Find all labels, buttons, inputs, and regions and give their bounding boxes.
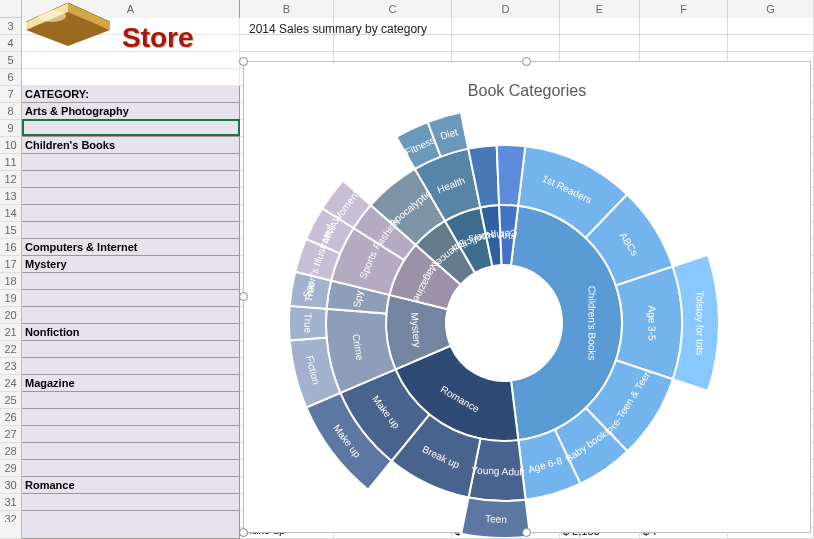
resize-handle[interactable] <box>239 528 248 537</box>
cell[interactable] <box>22 494 240 511</box>
cell[interactable] <box>22 205 240 222</box>
row-header[interactable]: 7 <box>0 86 22 103</box>
cell[interactable] <box>728 35 814 52</box>
cell[interactable] <box>452 18 560 35</box>
row-header[interactable]: 24 <box>0 375 22 392</box>
cell[interactable] <box>240 35 334 52</box>
select-all-corner[interactable] <box>0 0 22 18</box>
cell[interactable]: Arts & Photography <box>22 103 240 120</box>
row-header[interactable]: 4 <box>0 35 22 52</box>
cell[interactable]: Nonfiction <box>22 324 240 341</box>
row-header[interactable] <box>0 522 22 539</box>
cell[interactable] <box>22 290 240 307</box>
cell[interactable] <box>22 69 240 86</box>
sunburst-slice[interactable] <box>616 266 682 379</box>
row-header[interactable]: 31 <box>0 494 22 511</box>
cell[interactable] <box>22 273 240 290</box>
chart-object[interactable]: Book Categories Children's Books1st Read… <box>243 61 811 533</box>
cell[interactable]: Children's Books <box>22 137 240 154</box>
subtitle: 2014 Sales summary by category <box>249 22 427 36</box>
row-header[interactable]: 26 <box>0 409 22 426</box>
cell[interactable] <box>640 35 728 52</box>
resize-handle[interactable] <box>239 292 248 301</box>
cell[interactable] <box>22 522 240 539</box>
row-header[interactable]: 18 <box>0 273 22 290</box>
row-header[interactable]: 23 <box>0 358 22 375</box>
cell[interactable] <box>560 18 640 35</box>
cell[interactable] <box>22 341 240 358</box>
row-header[interactable]: 20 <box>0 307 22 324</box>
book-store-logo <box>24 0 114 46</box>
svg-point-4 <box>38 10 66 22</box>
resize-handle[interactable] <box>522 57 531 66</box>
row-header[interactable]: 21 <box>0 324 22 341</box>
row-header[interactable]: 6 <box>0 69 22 86</box>
row-header[interactable]: 15 <box>0 222 22 239</box>
col-header-F[interactable]: F <box>640 0 728 18</box>
cell[interactable]: CATEGORY: <box>22 86 240 103</box>
row-header[interactable]: 17 <box>0 256 22 273</box>
cell[interactable] <box>640 18 728 35</box>
row-header[interactable]: 12 <box>0 171 22 188</box>
row-header[interactable]: 29 <box>0 460 22 477</box>
row-header[interactable]: 3 <box>0 18 22 35</box>
cell[interactable] <box>22 307 240 324</box>
row-header[interactable]: 14 <box>0 205 22 222</box>
cell[interactable] <box>22 392 240 409</box>
col-header-B[interactable]: B <box>240 0 334 18</box>
cell[interactable] <box>22 188 240 205</box>
col-header-C[interactable]: C <box>334 0 452 18</box>
store-title: Store <box>122 22 194 54</box>
row-header[interactable]: 13 <box>0 188 22 205</box>
chart-title: Book Categories <box>244 82 810 100</box>
row-header[interactable]: 5 <box>0 52 22 69</box>
col-header-G[interactable]: G <box>728 0 814 18</box>
cell[interactable] <box>22 358 240 375</box>
cell[interactable]: Romance <box>22 477 240 494</box>
cell[interactable] <box>22 426 240 443</box>
col-header-D[interactable]: D <box>452 0 560 18</box>
row-header[interactable]: 11 <box>0 154 22 171</box>
cell[interactable]: Computers & Internet <box>22 239 240 256</box>
row-header[interactable]: 25 <box>0 392 22 409</box>
row-header[interactable]: 19 <box>0 290 22 307</box>
row-header[interactable]: 16 <box>0 239 22 256</box>
row-header[interactable]: 8 <box>0 103 22 120</box>
row-header[interactable]: 30 <box>0 477 22 494</box>
sunburst-chart[interactable] <box>289 108 719 538</box>
cell[interactable] <box>22 154 240 171</box>
cell[interactable]: Mystery <box>22 256 240 273</box>
cell[interactable] <box>728 18 814 35</box>
cell[interactable] <box>22 52 240 69</box>
cell[interactable] <box>22 443 240 460</box>
cell[interactable]: Magazine <box>22 375 240 392</box>
row-header[interactable]: 22 <box>0 341 22 358</box>
col-header-E[interactable]: E <box>560 0 640 18</box>
column-header-bar: A B C D E F G <box>0 0 814 18</box>
cell[interactable] <box>22 409 240 426</box>
cell[interactable] <box>22 120 240 137</box>
row-header[interactable]: 28 <box>0 443 22 460</box>
cell[interactable] <box>22 222 240 239</box>
row-header[interactable]: 10 <box>0 137 22 154</box>
cell[interactable] <box>334 35 452 52</box>
cell[interactable] <box>452 35 560 52</box>
cell[interactable] <box>22 460 240 477</box>
cell[interactable] <box>560 35 640 52</box>
sunburst-slice[interactable] <box>289 306 327 341</box>
sunburst-slice[interactable] <box>461 497 530 538</box>
row-header[interactable]: 27 <box>0 426 22 443</box>
resize-handle[interactable] <box>522 528 531 537</box>
cell[interactable] <box>22 171 240 188</box>
row-header[interactable]: 9 <box>0 120 22 137</box>
resize-handle[interactable] <box>239 57 248 66</box>
